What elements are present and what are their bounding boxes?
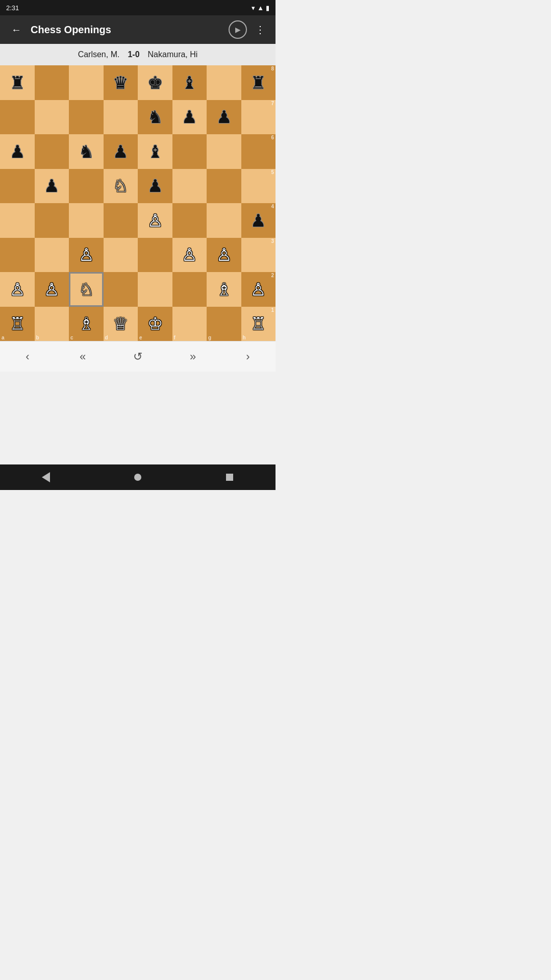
nav-home-button[interactable] xyxy=(125,464,151,490)
white-rook-a1: ♖ xyxy=(10,315,25,332)
back-button[interactable]: ← xyxy=(6,19,27,40)
play-button[interactable]: ▶ xyxy=(229,20,247,39)
reset-button[interactable]: ↺ xyxy=(122,341,153,372)
app-bar-actions: ▶ ⋮ xyxy=(229,20,269,39)
cell-b2[interactable]: ♙ xyxy=(35,272,69,307)
cell-e1[interactable]: e♔ xyxy=(138,307,172,341)
cell-g5[interactable] xyxy=(207,169,241,204)
file-label-b: b xyxy=(36,335,39,340)
black-king-e8: ♚ xyxy=(147,74,163,91)
cell-b5[interactable]: ♟ xyxy=(35,169,69,204)
cell-e5[interactable]: ♟ xyxy=(138,169,172,204)
nav-recent-button[interactable] xyxy=(217,464,242,490)
cell-a4[interactable] xyxy=(0,203,35,238)
white-king-e1: ♔ xyxy=(147,315,163,332)
cell-a3[interactable] xyxy=(0,238,35,273)
cell-a7[interactable] xyxy=(0,100,35,135)
cell-b7[interactable] xyxy=(35,100,69,135)
cell-f1[interactable]: f xyxy=(172,307,207,341)
white-rook-h1: ♖ xyxy=(251,315,266,332)
cell-f7[interactable]: ♟ xyxy=(172,100,207,135)
cell-h4[interactable]: 4♟ xyxy=(241,203,276,238)
cell-h5[interactable]: 5 xyxy=(241,169,276,204)
cell-a6[interactable]: ♟ xyxy=(0,134,35,169)
cell-g8[interactable] xyxy=(207,65,241,100)
cell-c6[interactable]: ♞ xyxy=(69,134,104,169)
cell-e6[interactable]: ♝ xyxy=(138,134,172,169)
rewind-button[interactable]: « xyxy=(67,341,98,372)
cell-c2[interactable]: ♘ xyxy=(69,272,104,307)
cell-h2[interactable]: 2♙ xyxy=(241,272,276,307)
cell-d3[interactable] xyxy=(104,238,138,273)
cell-d7[interactable] xyxy=(104,100,138,135)
cell-c8[interactable] xyxy=(69,65,104,100)
more-button[interactable]: ⋮ xyxy=(251,20,269,39)
cell-c1[interactable]: c♗ xyxy=(69,307,104,341)
nav-back-icon xyxy=(42,472,50,482)
cell-b4[interactable] xyxy=(35,203,69,238)
cell-a2[interactable]: ♙ xyxy=(0,272,35,307)
cell-e8[interactable]: ♚ xyxy=(138,65,172,100)
white-pawn-e4: ♙ xyxy=(147,212,163,229)
cell-f6[interactable] xyxy=(172,134,207,169)
cell-a5[interactable] xyxy=(0,169,35,204)
cell-f5[interactable] xyxy=(172,169,207,204)
cell-e7[interactable]: ♞ xyxy=(138,100,172,135)
cell-f4[interactable] xyxy=(172,203,207,238)
rank-label-2: 2 xyxy=(271,273,274,278)
cell-e3[interactable] xyxy=(138,238,172,273)
fastforward-icon: » xyxy=(190,350,196,363)
cell-b8[interactable] xyxy=(35,65,69,100)
cell-a8[interactable]: ♜ xyxy=(0,65,35,100)
cell-h7[interactable]: 7 xyxy=(241,100,276,135)
cell-e2[interactable] xyxy=(138,272,172,307)
chess-board[interactable]: ♜♛♚♝8♜♞♟♟7♟♞♟♝6♟♘♟5♙4♟♙♙♙3♙♙♘♗2♙a♖bc♗d♕e… xyxy=(0,65,276,341)
black-rook-a8: ♜ xyxy=(10,74,25,91)
black-queen-d8: ♛ xyxy=(113,74,128,91)
app-bar: ← Chess Openings ▶ ⋮ xyxy=(0,15,276,44)
cell-c3[interactable]: ♙ xyxy=(69,238,104,273)
cell-d8[interactable]: ♛ xyxy=(104,65,138,100)
cell-b1[interactable]: b xyxy=(35,307,69,341)
nav-recent-icon xyxy=(226,474,233,481)
cell-e4[interactable]: ♙ xyxy=(138,203,172,238)
white-bishop-c1: ♗ xyxy=(79,315,94,332)
cell-g6[interactable] xyxy=(207,134,241,169)
cell-g2[interactable]: ♗ xyxy=(207,272,241,307)
cell-h6[interactable]: 6 xyxy=(241,134,276,169)
cell-g7[interactable]: ♟ xyxy=(207,100,241,135)
cell-a1[interactable]: a♖ xyxy=(0,307,35,341)
cell-d4[interactable] xyxy=(104,203,138,238)
cell-b6[interactable] xyxy=(35,134,69,169)
cell-c7[interactable] xyxy=(69,100,104,135)
cell-f2[interactable] xyxy=(172,272,207,307)
cell-g1[interactable]: g xyxy=(207,307,241,341)
nav-home-icon xyxy=(134,474,141,481)
cell-d5[interactable]: ♘ xyxy=(104,169,138,204)
file-label-h: h xyxy=(243,335,246,340)
cell-d6[interactable]: ♟ xyxy=(104,134,138,169)
signal-icon: ▲ xyxy=(257,4,264,12)
cell-h1[interactable]: 1h♖ xyxy=(241,307,276,341)
cell-c4[interactable] xyxy=(69,203,104,238)
cell-b3[interactable] xyxy=(35,238,69,273)
rank-label-8: 8 xyxy=(271,66,274,71)
cell-g4[interactable] xyxy=(207,203,241,238)
cell-c5[interactable] xyxy=(69,169,104,204)
nav-back-button[interactable] xyxy=(33,464,59,490)
cell-f8[interactable]: ♝ xyxy=(172,65,207,100)
prev-button[interactable]: ‹ xyxy=(12,341,43,372)
cell-f3[interactable]: ♙ xyxy=(172,238,207,273)
cell-g3[interactable]: ♙ xyxy=(207,238,241,273)
white-pawn-a2: ♙ xyxy=(10,281,25,298)
black-player: Nakamura, Hi xyxy=(148,50,198,59)
fastforward-button[interactable]: » xyxy=(178,341,208,372)
cell-h3[interactable]: 3 xyxy=(241,238,276,273)
next-button[interactable]: › xyxy=(233,341,263,372)
cell-h8[interactable]: 8♜ xyxy=(241,65,276,100)
battery-icon: ▮ xyxy=(266,4,269,12)
black-pawn-h4: ♟ xyxy=(251,212,266,229)
board-container: ♜♛♚♝8♜♞♟♟7♟♞♟♝6♟♘♟5♙4♟♙♙♙3♙♙♘♗2♙a♖bc♗d♕e… xyxy=(0,65,276,341)
cell-d1[interactable]: d♕ xyxy=(104,307,138,341)
cell-d2[interactable] xyxy=(104,272,138,307)
